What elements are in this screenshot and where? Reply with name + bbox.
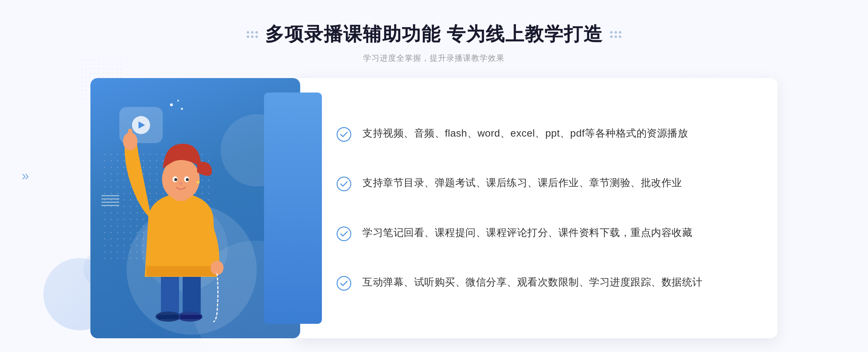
sub-title: 学习进度全掌握，提升录播课教学效果: [247, 53, 621, 64]
content-area: 支持视频、音频、flash、word、excel、ppt、pdf等各种格式的资源…: [90, 78, 778, 338]
svg-point-16: [174, 178, 177, 181]
svg-point-24: [337, 227, 351, 241]
check-icon-3: [336, 226, 352, 241]
check-icon-2: [336, 176, 352, 192]
chevron-left-icon: »: [22, 168, 29, 184]
feature-item-1: 支持视频、音频、flash、word、excel、ppt、pdf等各种格式的资源…: [336, 122, 749, 146]
illustration-panel: [90, 78, 300, 338]
inner-blue-panel: [264, 93, 322, 324]
title-deco-left: [247, 31, 258, 38]
svg-rect-5: [183, 273, 201, 317]
title-deco-right: [610, 31, 621, 38]
feature-text-2: 支持章节目录、弹题考试、课后练习、课后作业、章节测验、批改作业: [362, 175, 682, 191]
feature-item-2: 支持章节目录、弹题考试、课后练习、课后作业、章节测验、批改作业: [336, 171, 749, 195]
feature-text-1: 支持视频、音频、flash、word、excel、ppt、pdf等各种格式的资源…: [362, 125, 688, 142]
svg-rect-21: [180, 315, 201, 319]
svg-point-19: [197, 181, 200, 184]
svg-point-17: [186, 178, 189, 181]
check-icon-1: [336, 127, 352, 142]
main-title: 多项录播课辅助功能 专为线上教学打造: [265, 22, 603, 47]
svg-point-22: [337, 128, 351, 141]
page-container: » 多项录播课辅助功能 专为线上教学打造: [0, 0, 868, 352]
svg-rect-8: [146, 266, 217, 276]
feature-text-4: 互动弹幕、试听购买、微信分享、观看次数限制、学习进度跟踪、数据统计: [362, 274, 703, 291]
feature-text-3: 学习笔记回看、课程提问、课程评论打分、课件资料下载，重点内容收藏: [362, 225, 692, 241]
svg-rect-20: [157, 315, 179, 319]
features-panel: 支持视频、音频、flash、word、excel、ppt、pdf等各种格式的资源…: [293, 78, 778, 338]
svg-rect-4: [161, 273, 179, 317]
svg-point-23: [337, 177, 351, 191]
svg-point-18: [179, 182, 183, 185]
feature-item-3: 学习笔记回看、课程提问、课程评论打分、课件资料下载，重点内容收藏: [336, 221, 749, 245]
svg-point-11: [210, 261, 224, 275]
svg-point-25: [337, 276, 351, 290]
header-section: 多项录播课辅助功能 专为线上教学打造 学习进度全掌握，提升录播课教学效果: [247, 0, 621, 64]
check-icon-4: [336, 276, 352, 291]
feature-item-4: 互动弹幕、试听购买、微信分享、观看次数限制、学习进度跟踪、数据统计: [336, 271, 749, 295]
svg-rect-10: [128, 129, 132, 141]
title-row: 多项录播课辅助功能 专为线上教学打造: [247, 22, 621, 47]
